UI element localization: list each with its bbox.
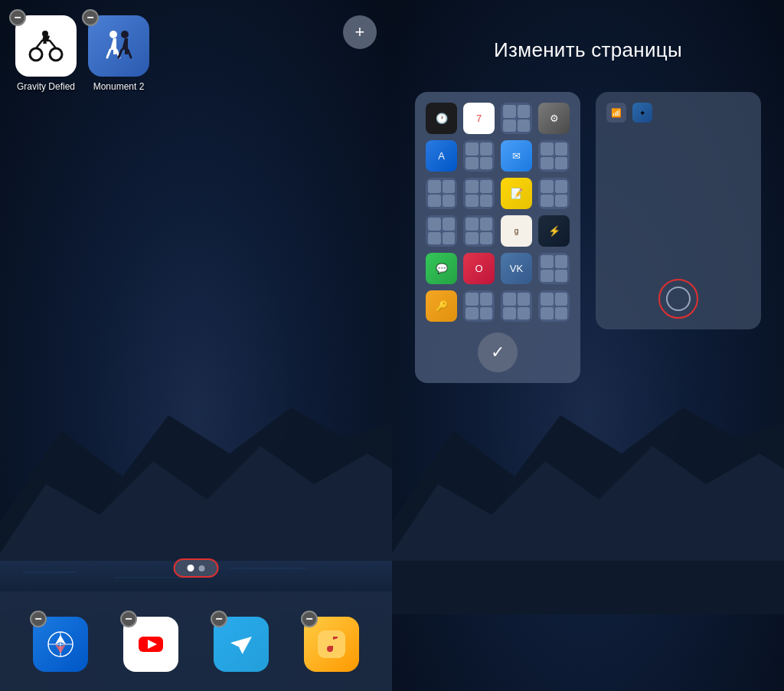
- remove-badge-youtube[interactable]: −: [120, 611, 137, 627]
- svg-point-10: [121, 31, 129, 38]
- remove-badge-scrobbler[interactable]: −: [301, 611, 318, 627]
- svg-point-9: [109, 31, 117, 38]
- dock-item-youtube[interactable]: −: [123, 617, 178, 672]
- page-thumb-2[interactable]: 📶 ✦: [596, 92, 761, 329]
- thumb-goodreads: g: [501, 215, 532, 247]
- page2-indicator-container: [606, 268, 750, 319]
- thumb-steam: ⚡: [538, 215, 570, 247]
- thumb-settings: ⚙: [538, 103, 570, 134]
- page2-icon-2: ✦: [632, 103, 652, 123]
- app-gravity-defied[interactable]: − Gravity Defied: [15, 15, 77, 92]
- thumb-notes: 📝: [501, 178, 532, 209]
- remove-badge-safari[interactable]: −: [30, 611, 47, 627]
- thumb-calendar: 7: [463, 103, 495, 134]
- dock: − − −: [0, 617, 392, 672]
- remove-badge-monument[interactable]: −: [82, 9, 99, 26]
- thumb-key: 🔑: [426, 290, 457, 322]
- thumb-folder-10: [463, 290, 495, 322]
- right-panel-title: Изменить страницы: [392, 38, 784, 62]
- dock-item-safari[interactable]: −: [33, 617, 88, 672]
- remove-badge-gravity[interactable]: −: [9, 9, 26, 26]
- remove-badge-telegram[interactable]: −: [211, 611, 227, 627]
- page-indicator-wrapper: [174, 558, 219, 578]
- app-icon-gravity: [15, 15, 77, 77]
- thumb-folder-12: [538, 290, 570, 322]
- page2-icons: 📶 ✦: [606, 103, 750, 123]
- page2-empty-area: [606, 130, 750, 268]
- page-1-grid: 🕐 7 ⚙ A ✉: [426, 103, 570, 322]
- thumb-vk: VK: [501, 253, 532, 284]
- thumb-folder-3: [538, 140, 570, 172]
- thumb-folder-9: [538, 253, 570, 284]
- page2-inner-circle: [666, 287, 691, 311]
- app-label-gravity: Gravity Defied: [17, 81, 75, 92]
- page-thumb-1[interactable]: 🕐 7 ⚙ A ✉: [415, 92, 580, 383]
- add-page-button[interactable]: +: [343, 15, 377, 49]
- svg-rect-21: [318, 630, 345, 658]
- thumb-clock: 🕐: [426, 103, 457, 134]
- thumb-opera: O: [463, 253, 495, 284]
- thumb-folder-8: [463, 215, 495, 247]
- thumb-folder-5: [463, 178, 495, 209]
- thumb-messages: 💬: [426, 253, 457, 284]
- thumb-folder-6: [538, 178, 570, 209]
- page-dot-2: [199, 565, 205, 571]
- svg-point-7: [50, 48, 62, 61]
- pages-container: 🕐 7 ⚙ A ✉: [415, 92, 761, 383]
- mountains-right: [392, 369, 784, 614]
- page2-icon-1: 📶: [606, 103, 626, 123]
- app-monument[interactable]: − Monu: [88, 15, 149, 92]
- right-panel: Изменить страницы 🕐 7 ⚙ A: [392, 0, 784, 691]
- apps-area: − Gravity Defied: [15, 15, 149, 92]
- svg-point-6: [30, 48, 42, 61]
- svg-point-8: [42, 31, 48, 37]
- svg-rect-24: [392, 561, 784, 614]
- thumb-appstore: A: [426, 140, 457, 172]
- thumb-mail: ✉: [501, 140, 532, 172]
- thumb-folder-2: [463, 140, 495, 172]
- dock-item-telegram[interactable]: −: [214, 617, 269, 672]
- page-dot-1: [188, 565, 194, 571]
- page1-check-button[interactable]: ✓: [478, 332, 518, 372]
- left-panel: + − Grav: [0, 0, 392, 691]
- page-indicator: [174, 558, 219, 578]
- page2-indicator-button[interactable]: [658, 279, 698, 319]
- app-icon-monument: [88, 15, 149, 77]
- thumb-folder-4: [426, 178, 457, 209]
- mountains-left: [0, 369, 392, 614]
- thumb-folder-7: [426, 215, 457, 247]
- thumb-folder-11: [501, 290, 532, 322]
- dock-item-scrobbler[interactable]: −: [304, 617, 359, 672]
- app-label-monument: Monument 2: [93, 81, 145, 92]
- thumb-folder-1: [501, 103, 532, 134]
